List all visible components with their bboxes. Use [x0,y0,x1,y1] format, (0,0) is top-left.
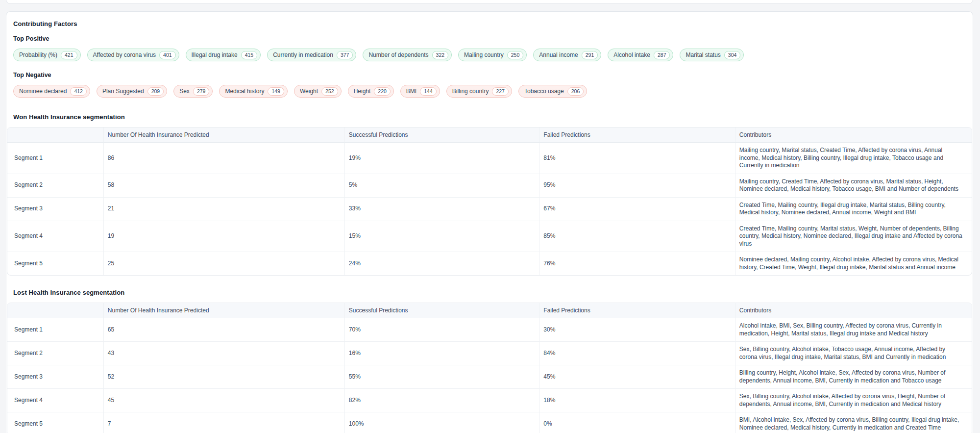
positive-factor-pill[interactable]: Affected by corona virus401 [87,49,179,61]
cell-failed: 45% [539,365,735,389]
cell-contributors: Nominee declared, Mailing country, Alcoh… [735,252,972,275]
cell-contributors: Billing country, Height, Alcohol intake,… [735,365,972,389]
cell-segment: Segment 5 [7,252,104,275]
cell-predicted: 43 [104,342,345,365]
factor-pill-count-badge: 304 [724,51,741,59]
factor-pill-count-badge: 377 [337,51,353,59]
factor-pill-label: Plan Suggested [102,88,144,95]
factor-pill-count-badge: 291 [582,51,598,59]
negative-factor-pill[interactable]: Weight252 [294,85,342,98]
negative-factor-pill[interactable]: Plan Suggested209 [97,85,167,98]
factor-pill-label: BMI [406,88,416,95]
cell-predicted: 7 [104,412,345,433]
cell-failed: 30% [539,318,735,342]
factor-pill-label: Annual income [539,51,578,58]
factor-pill-label: Medical history [225,88,264,95]
factor-pill-count-badge: 220 [374,87,391,96]
column-header: Successful Predictions [345,127,540,143]
positive-factor-pill[interactable]: Marital status304 [680,49,744,61]
table-row: Segment 32133%67%Created Time, Mailing c… [7,198,972,221]
column-header: Successful Predictions [345,303,540,318]
negative-factor-pill[interactable]: Medical history149 [219,85,288,98]
table-row: Segment 16570%30%Alcohol intake, BMI, Se… [7,318,972,342]
factor-pill-label: Alcohol intake [613,51,650,58]
top-positive-pill-row: Probability (%)421Affected by corona vir… [13,49,966,61]
positive-factor-pill[interactable]: Alcohol intake287 [608,49,673,61]
cell-failed: 95% [539,174,735,198]
cell-segment: Segment 1 [7,318,104,342]
cell-contributors: Mailing country, Marital status, Created… [735,143,972,174]
column-header [7,303,104,318]
cell-failed: 85% [539,221,735,253]
cell-predicted: 65 [104,318,345,342]
factor-pill-label: Currently in medication [273,51,333,58]
cell-predicted: 21 [104,198,345,221]
negative-factor-pill[interactable]: Sex279 [173,85,213,98]
table-row: Segment 52524%76%Nominee declared, Maili… [7,252,972,275]
positive-factor-pill[interactable]: Mailing country250 [458,49,527,61]
cell-successful: 70% [345,318,540,342]
column-header: Number Of Health Insurance Predicted [104,303,345,318]
negative-factor-pill[interactable]: Height220 [348,85,394,98]
cell-failed: 18% [539,389,735,412]
factor-pill-count-badge: 421 [61,51,77,59]
cell-segment: Segment 5 [7,412,104,433]
table-row: Segment 41915%85%Created Time, Mailing c… [7,221,972,253]
cell-segment: Segment 3 [7,365,104,389]
cell-contributors: Created Time, Mailing country, Marital s… [735,221,972,253]
won-segmentation-title: Won Health Insurance segmentation [13,113,966,121]
factor-pill-label: Illegal drug intake [192,51,238,58]
factor-pill-label: Sex [179,88,190,95]
column-header: Failed Predictions [539,303,735,318]
contributing-factors-title: Contributing Factors [13,20,966,27]
factor-pill-count-badge: 401 [159,51,176,59]
negative-factor-pill[interactable]: Billing country227 [446,85,512,98]
cell-failed: 84% [539,342,735,365]
lost-segmentation-table: Number Of Health Insurance PredictedSucc… [7,303,972,433]
factor-pill-count-badge: 415 [241,51,258,59]
cell-contributors: Alcohol intake, BMI, Sex, Billing countr… [735,318,972,342]
column-header: Failed Predictions [539,127,735,143]
factor-pill-label: Weight [300,88,318,95]
factor-pill-label: Height [354,88,371,95]
positive-factor-pill[interactable]: Currently in medication377 [267,49,356,61]
cell-contributors: Mailing country, Created Time, Affected … [735,174,972,198]
cell-contributors: Sex, Billing country, Alcohol intake, To… [735,342,972,365]
cell-predicted: 52 [104,365,345,389]
factor-pill-count-badge: 250 [507,51,524,59]
cell-successful: 16% [345,342,540,365]
cell-failed: 0% [539,412,735,433]
column-header: Contributors [735,127,972,143]
positive-factor-pill[interactable]: Probability (%)421 [13,49,81,61]
negative-factor-pill[interactable]: Tobacco usage206 [518,85,587,98]
cell-failed: 76% [539,252,735,275]
cell-successful: 100% [345,412,540,433]
cell-segment: Segment 3 [7,198,104,221]
lost-segmentation-title: Lost Health Insurance segmentation [13,289,966,296]
factor-pill-label: Marital status [686,51,720,58]
cell-predicted: 58 [104,174,345,198]
column-header: Number Of Health Insurance Predicted [104,127,345,143]
negative-factor-pill[interactable]: BMI144 [400,85,440,98]
negative-factor-pill[interactable]: Nominee declared412 [13,85,90,98]
column-header: Contributors [735,303,972,318]
factor-pill-label: Nominee declared [19,88,67,95]
cell-contributors: BMI, Alcohol intake, Sex, Affected by co… [735,412,972,433]
cell-segment: Segment 4 [7,221,104,253]
cell-predicted: 86 [104,143,345,174]
positive-factor-pill[interactable]: Number of dependents322 [363,49,452,61]
cell-successful: 82% [345,389,540,412]
cell-successful: 33% [345,198,540,221]
cell-successful: 19% [345,143,540,174]
table-header-row: Number Of Health Insurance PredictedSucc… [7,303,972,318]
positive-factor-pill[interactable]: Annual income291 [533,49,601,61]
factor-pill-count-badge: 149 [268,87,284,96]
factor-pill-count-badge: 252 [321,87,338,96]
won-segmentation-table: Number Of Health Insurance PredictedSucc… [7,127,972,276]
cell-segment: Segment 2 [7,342,104,365]
factor-pill-label: Billing country [452,88,489,95]
cell-contributors: Sex, Billing country, Alcohol intake, Af… [735,389,972,412]
factor-pill-count-badge: 206 [567,87,584,96]
cell-successful: 24% [345,252,540,275]
positive-factor-pill[interactable]: Illegal drug intake415 [186,49,261,61]
